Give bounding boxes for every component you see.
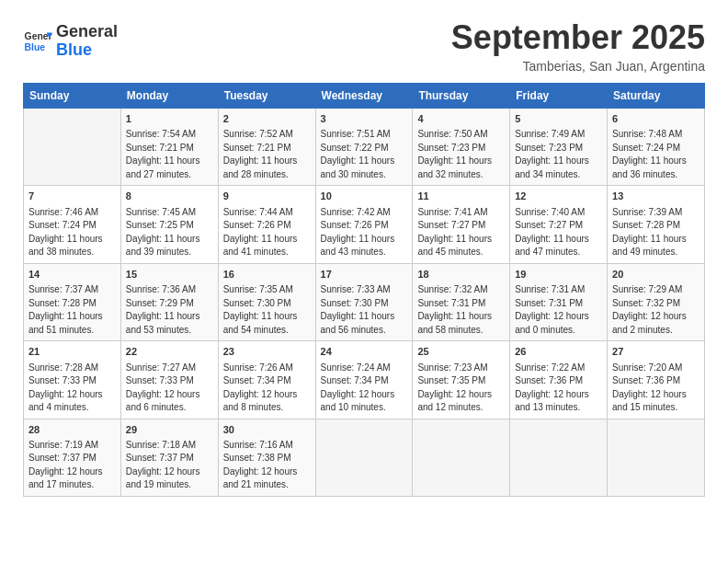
calendar-week-row: 7Sunrise: 7:46 AMSunset: 7:24 PMDaylight… (24, 186, 705, 263)
weekday-header-sunday: Sunday (24, 84, 121, 109)
calendar-cell: 10Sunrise: 7:42 AMSunset: 7:26 PMDayligh… (315, 186, 413, 263)
weekday-header-tuesday: Tuesday (218, 84, 315, 109)
day-info: Sunrise: 7:29 AMSunset: 7:32 PMDaylight:… (612, 283, 700, 337)
day-number: 9 (223, 190, 311, 203)
weekday-header-friday: Friday (510, 84, 608, 109)
day-number: 26 (515, 345, 602, 359)
day-info: Sunrise: 7:22 AMSunset: 7:36 PMDaylight:… (515, 362, 602, 415)
calendar-cell (413, 419, 510, 496)
day-number: 19 (515, 268, 602, 282)
header: General Blue General Blue September 2025… (23, 18, 705, 74)
weekday-header-wednesday: Wednesday (315, 84, 413, 109)
calendar-cell: 8Sunrise: 7:45 AMSunset: 7:25 PMDaylight… (120, 186, 218, 263)
day-info: Sunrise: 7:39 AMSunset: 7:28 PMDaylight:… (612, 206, 700, 259)
calendar-cell: 15Sunrise: 7:36 AMSunset: 7:29 PMDayligh… (120, 263, 218, 340)
weekday-header-saturday: Saturday (608, 84, 705, 109)
day-number: 21 (28, 345, 116, 359)
day-info: Sunrise: 7:24 AMSunset: 7:34 PMDaylight:… (321, 362, 408, 415)
calendar-cell: 22Sunrise: 7:27 AMSunset: 7:33 PMDayligh… (120, 341, 218, 419)
calendar-week-row: 21Sunrise: 7:28 AMSunset: 7:33 PMDayligh… (24, 341, 705, 419)
weekday-header-monday: Monday (120, 84, 218, 109)
calendar-week-row: 28Sunrise: 7:19 AMSunset: 7:37 PMDayligh… (24, 419, 705, 496)
day-info: Sunrise: 7:40 AMSunset: 7:27 PMDaylight:… (515, 206, 602, 259)
calendar-cell: 14Sunrise: 7:37 AMSunset: 7:28 PMDayligh… (24, 263, 121, 340)
day-info: Sunrise: 7:35 AMSunset: 7:30 PMDaylight:… (223, 283, 311, 337)
day-number: 5 (515, 112, 602, 126)
day-info: Sunrise: 7:50 AMSunset: 7:23 PMDaylight:… (417, 128, 505, 181)
day-info: Sunrise: 7:46 AMSunset: 7:24 PMDaylight:… (28, 206, 116, 259)
day-info: Sunrise: 7:16 AMSunset: 7:38 PMDaylight:… (223, 439, 311, 492)
day-info: Sunrise: 7:23 AMSunset: 7:35 PMDaylight:… (417, 362, 505, 415)
calendar-cell: 7Sunrise: 7:46 AMSunset: 7:24 PMDaylight… (24, 186, 121, 263)
day-info: Sunrise: 7:36 AMSunset: 7:29 PMDaylight:… (126, 283, 213, 337)
day-number: 4 (417, 112, 505, 126)
calendar-week-row: 14Sunrise: 7:37 AMSunset: 7:28 PMDayligh… (24, 263, 705, 340)
calendar-cell: 26Sunrise: 7:22 AMSunset: 7:36 PMDayligh… (510, 341, 608, 419)
day-number: 23 (223, 345, 311, 359)
day-info: Sunrise: 7:51 AMSunset: 7:22 PMDaylight:… (321, 128, 408, 181)
day-number: 3 (321, 112, 408, 126)
day-number: 24 (321, 345, 408, 359)
day-number: 10 (321, 190, 408, 203)
day-info: Sunrise: 7:32 AMSunset: 7:31 PMDaylight:… (417, 283, 505, 337)
day-number: 30 (223, 423, 311, 437)
calendar-cell: 16Sunrise: 7:35 AMSunset: 7:30 PMDayligh… (218, 263, 315, 340)
calendar-cell: 2Sunrise: 7:52 AMSunset: 7:21 PMDaylight… (218, 109, 315, 186)
calendar-cell: 18Sunrise: 7:32 AMSunset: 7:31 PMDayligh… (413, 263, 510, 340)
calendar-cell: 21Sunrise: 7:28 AMSunset: 7:33 PMDayligh… (24, 341, 121, 419)
day-info: Sunrise: 7:44 AMSunset: 7:26 PMDaylight:… (223, 206, 311, 259)
calendar-cell: 20Sunrise: 7:29 AMSunset: 7:32 PMDayligh… (608, 263, 705, 340)
calendar-cell: 30Sunrise: 7:16 AMSunset: 7:38 PMDayligh… (218, 419, 315, 496)
day-info: Sunrise: 7:37 AMSunset: 7:28 PMDaylight:… (28, 283, 116, 337)
day-info: Sunrise: 7:49 AMSunset: 7:23 PMDaylight:… (515, 128, 602, 181)
calendar-cell: 28Sunrise: 7:19 AMSunset: 7:37 PMDayligh… (24, 419, 121, 496)
day-number: 25 (417, 345, 505, 359)
day-number: 2 (223, 112, 311, 126)
day-info: Sunrise: 7:28 AMSunset: 7:33 PMDaylight:… (28, 362, 116, 415)
day-info: Sunrise: 7:42 AMSunset: 7:26 PMDaylight:… (321, 206, 408, 259)
calendar-cell: 6Sunrise: 7:48 AMSunset: 7:24 PMDaylight… (608, 109, 705, 186)
weekday-header-row: SundayMondayTuesdayWednesdayThursdayFrid… (24, 84, 705, 109)
day-info: Sunrise: 7:26 AMSunset: 7:34 PMDaylight:… (223, 362, 311, 415)
day-number: 29 (126, 423, 213, 437)
day-number: 22 (126, 345, 213, 359)
day-info: Sunrise: 7:18 AMSunset: 7:37 PMDaylight:… (126, 439, 213, 492)
day-number: 11 (417, 190, 505, 203)
day-info: Sunrise: 7:31 AMSunset: 7:31 PMDaylight:… (515, 283, 602, 337)
calendar-cell: 19Sunrise: 7:31 AMSunset: 7:31 PMDayligh… (510, 263, 608, 340)
calendar-cell: 1Sunrise: 7:54 AMSunset: 7:21 PMDaylight… (120, 109, 218, 186)
day-info: Sunrise: 7:19 AMSunset: 7:37 PMDaylight:… (28, 439, 116, 492)
day-number: 12 (515, 190, 602, 203)
calendar-cell: 9Sunrise: 7:44 AMSunset: 7:26 PMDaylight… (218, 186, 315, 263)
day-number: 8 (126, 190, 213, 203)
calendar-week-row: 1Sunrise: 7:54 AMSunset: 7:21 PMDaylight… (24, 109, 705, 186)
day-info: Sunrise: 7:20 AMSunset: 7:36 PMDaylight:… (612, 362, 700, 415)
day-info: Sunrise: 7:52 AMSunset: 7:21 PMDaylight:… (223, 128, 311, 181)
day-info: Sunrise: 7:41 AMSunset: 7:27 PMDaylight:… (417, 206, 505, 259)
calendar-cell: 25Sunrise: 7:23 AMSunset: 7:35 PMDayligh… (413, 341, 510, 419)
day-number: 20 (612, 268, 700, 282)
day-info: Sunrise: 7:45 AMSunset: 7:25 PMDaylight:… (126, 206, 213, 259)
calendar-cell: 3Sunrise: 7:51 AMSunset: 7:22 PMDaylight… (315, 109, 413, 186)
day-number: 1 (126, 112, 213, 126)
day-info: Sunrise: 7:33 AMSunset: 7:30 PMDaylight:… (321, 283, 408, 337)
calendar-cell (608, 419, 705, 496)
day-info: Sunrise: 7:27 AMSunset: 7:33 PMDaylight:… (126, 362, 213, 415)
day-number: 13 (612, 190, 700, 203)
logo-text: General Blue (56, 23, 118, 60)
day-number: 28 (28, 423, 116, 437)
location-subtitle: Tamberias, San Juan, Argentina (451, 59, 705, 74)
calendar-cell (510, 419, 608, 496)
calendar-cell: 23Sunrise: 7:26 AMSunset: 7:34 PMDayligh… (218, 341, 315, 419)
day-number: 7 (28, 190, 116, 203)
calendar-cell: 17Sunrise: 7:33 AMSunset: 7:30 PMDayligh… (315, 263, 413, 340)
calendar-cell: 12Sunrise: 7:40 AMSunset: 7:27 PMDayligh… (510, 186, 608, 263)
day-number: 14 (28, 268, 116, 282)
day-number: 15 (126, 268, 213, 282)
day-number: 17 (321, 268, 408, 282)
calendar-cell (315, 419, 413, 496)
calendar-cell: 11Sunrise: 7:41 AMSunset: 7:27 PMDayligh… (413, 186, 510, 263)
day-number: 6 (612, 112, 700, 126)
calendar-cell: 13Sunrise: 7:39 AMSunset: 7:28 PMDayligh… (608, 186, 705, 263)
weekday-header-thursday: Thursday (413, 84, 510, 109)
